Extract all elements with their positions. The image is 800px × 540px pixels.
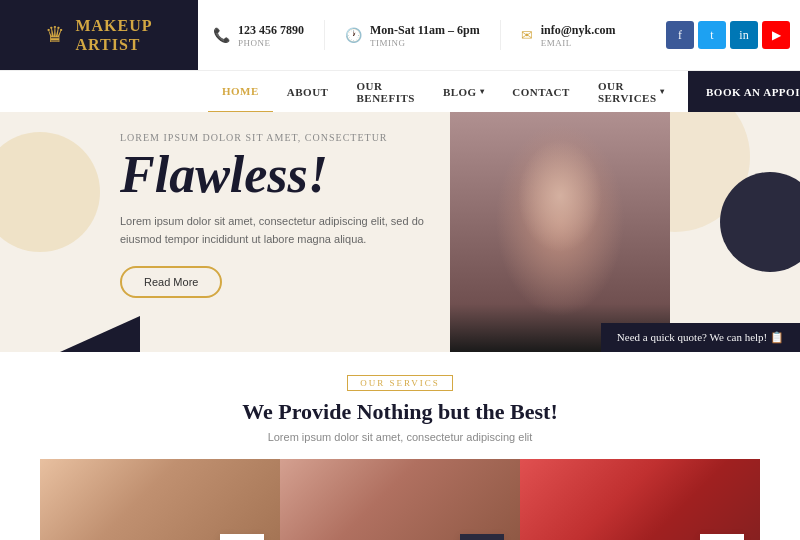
hero-image (450, 112, 670, 352)
service-image-1 (40, 459, 280, 540)
service-icon-3: ⛩ (700, 534, 744, 540)
triangle-deco (60, 316, 140, 352)
service-card-1: ◇ OUR EXPERTISE Professional Makeover (40, 459, 280, 540)
email-icon: ✉ (521, 27, 533, 44)
deco-circle-left (0, 132, 100, 252)
hero-subtitle: LOREM IPSUM DOLOR SIT AMET, CONSECTETUR (120, 132, 440, 143)
service-card-3: ⛩ OUR EXPERTISE Special Bridal Makeover (520, 459, 760, 540)
nav-benefits[interactable]: OUR BENEFITS (342, 71, 428, 113)
service-image-2 (280, 459, 520, 540)
email-value: info@nyk.com (541, 23, 616, 38)
divider (324, 20, 325, 50)
model-photo (450, 112, 670, 352)
logo[interactable]: ♛ MAKEUP ARTIST (0, 0, 198, 70)
nav-about[interactable]: ABOUT (273, 71, 343, 113)
nav-items: HOME ABOUT OUR BENEFITS BLOG ▾ CONTACT O… (198, 71, 688, 113)
nav-bar: HOME ABOUT OUR BENEFITS BLOG ▾ CONTACT O… (0, 70, 800, 112)
nav-services[interactable]: OUR SERVICES ▾ (584, 71, 678, 113)
service-image-3 (520, 459, 760, 540)
social-icons: f t in ▶ (666, 21, 800, 49)
header-top: ♛ MAKEUP ARTIST 📞 123 456 7890 PHONE 🕐 M… (0, 0, 800, 70)
book-appointment-button[interactable]: BOOK AN APPOINTMENT » (688, 71, 800, 113)
service-card-2: ❧ OUR EXPERTISE Hair Styling (280, 459, 520, 540)
phone-contact: 📞 123 456 7890 PHONE (213, 23, 304, 48)
contact-items: 📞 123 456 7890 PHONE 🕐 Mon-Sat 11am – 6p… (198, 20, 666, 50)
timing-value: Mon-Sat 11am – 6pm (370, 23, 480, 38)
services-badge: OUR SERVICS (347, 375, 453, 391)
timing-contact: 🕐 Mon-Sat 11am – 6pm TIMING (345, 23, 480, 48)
blog-arrow: ▾ (480, 87, 485, 96)
email-label: EMAIL (541, 38, 616, 48)
hero-title: Flawless! (120, 149, 440, 201)
crown-icon: ♛ (45, 22, 65, 48)
service-icon-1: ◇ (220, 534, 264, 540)
services-title: We Provide Nothing but the Best! (40, 399, 760, 425)
phone-label: PHONE (238, 38, 304, 48)
nav-home[interactable]: HOME (208, 71, 273, 113)
phone-icon: 📞 (213, 27, 230, 44)
timing-label: TIMING (370, 38, 480, 48)
services-section: OUR SERVICS We Provide Nothing but the B… (0, 352, 800, 540)
services-grid: ◇ OUR EXPERTISE Professional Makeover ❧ … (40, 459, 760, 540)
linkedin-button[interactable]: in (730, 21, 758, 49)
divider2 (500, 20, 501, 50)
phone-value: 123 456 7890 (238, 23, 304, 38)
nav-contact[interactable]: CONTACT (498, 71, 584, 113)
email-contact: ✉ info@nyk.com EMAIL (521, 23, 616, 48)
twitter-button[interactable]: t (698, 21, 726, 49)
hero-content: LOREM IPSUM DOLOR SIT AMET, CONSECTETUR … (120, 132, 440, 298)
read-more-button[interactable]: Read More (120, 266, 222, 298)
youtube-button[interactable]: ▶ (762, 21, 790, 49)
logo-text: MAKEUP ARTIST (75, 16, 152, 54)
hero-description: Lorem ipsum dolor sit amet, consectetur … (120, 213, 440, 248)
hero-section: LOREM IPSUM DOLOR SIT AMET, CONSECTETUR … (0, 112, 800, 352)
quick-quote-bar[interactable]: Need a quick quote? We can help! 📋 (601, 323, 800, 352)
clock-icon: 🕐 (345, 27, 362, 44)
facebook-button[interactable]: f (666, 21, 694, 49)
services-arrow: ▾ (660, 87, 665, 96)
services-description: Lorem ipsum dolor sit amet, consectetur … (40, 431, 760, 443)
nav-blog[interactable]: BLOG ▾ (429, 71, 498, 113)
service-icon-2: ❧ (460, 534, 504, 540)
